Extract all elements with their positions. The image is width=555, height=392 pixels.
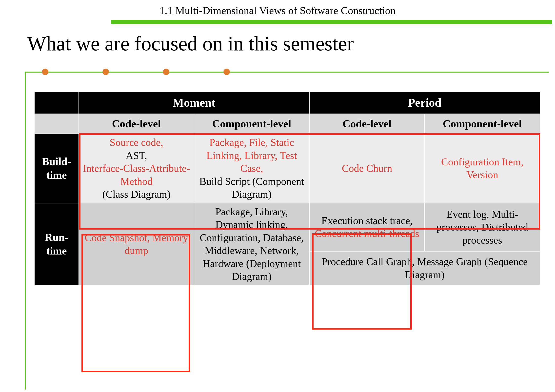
subheader-blank: [34, 114, 79, 134]
subheader-component-level: Component-level: [194, 114, 309, 134]
table-row: Build-time Source code, AST, Interface-C…: [34, 134, 540, 203]
cell-run-period-bottom: Procedure Call Graph, Message Graph (Seq…: [309, 251, 540, 285]
header-moment: Moment: [79, 92, 309, 114]
matrix-table: Moment Period Code-level Component-level…: [34, 91, 540, 385]
page-title: What we are focused on in this semester: [27, 32, 354, 55]
cell-build-period-code: Code Churn: [309, 134, 425, 203]
subheader-component-level: Component-level: [425, 114, 540, 134]
cell-build-moment-component: Package, File, Static Linking, Library, …: [194, 134, 309, 203]
slide: 1.1 Multi-Dimensional Views of Software …: [0, 0, 555, 392]
dot-icon: [42, 69, 48, 75]
subheader-code-level: Code-level: [309, 114, 425, 134]
cell-text: Package, File, Static Linking, Library, …: [206, 137, 297, 174]
cell-build-moment-code: Source code, AST, Interface-Class-Attrib…: [79, 134, 194, 203]
cell-text: Interface-Class-Attribute-Method: [83, 163, 190, 187]
cell-text: Procedure Call Graph, Message Graph (Seq…: [321, 256, 528, 280]
cell-text: (Class Diagram): [102, 189, 170, 200]
cell-text: Code Snapshot, Memory dump: [85, 232, 188, 256]
cell-text: Event log, Multi-processes, Distributed …: [436, 209, 528, 246]
vertical-rule: [25, 72, 26, 390]
cell-text: Concurrent multi-threads: [315, 228, 419, 239]
cell-run-moment-component: Package, Library, Dynamic linking, Confi…: [194, 203, 309, 285]
dot-icon: [163, 69, 169, 75]
cell-build-period-component: Configuration Item, Version: [425, 134, 540, 203]
dot-icon: [223, 69, 230, 75]
cell-run-period-code-top: Execution stack trace, Concurrent multi-…: [309, 203, 425, 252]
header-blank: [34, 92, 79, 114]
breadcrumb: 1.1 Multi-Dimensional Views of Software …: [0, 4, 555, 17]
table-row: Code-level Component-level Code-level Co…: [34, 114, 540, 134]
row-header-build-time: Build-time: [34, 134, 79, 203]
cell-text: Build Script (Component Diagram): [199, 176, 304, 200]
subheader-code-level: Code-level: [79, 114, 194, 134]
table-row: Moment Period: [34, 92, 540, 114]
cell-text: Execution stack trace,: [321, 215, 413, 226]
cell-run-period-component-top: Event log, Multi-processes, Distributed …: [425, 203, 540, 252]
cell-text: AST,: [126, 150, 147, 161]
cell-run-moment-code: Code Snapshot, Memory dump: [79, 203, 194, 285]
dot-icon: [102, 69, 109, 75]
header-period: Period: [309, 92, 540, 114]
cell-text: Code Churn: [342, 163, 392, 174]
cell-text: Source code,: [110, 137, 163, 148]
table: Moment Period Code-level Component-level…: [34, 91, 540, 286]
table-row: Run-time Code Snapshot, Memory dump Pack…: [34, 203, 540, 252]
row-header-run-time: Run-time: [34, 203, 79, 285]
cell-text: Configuration Item, Version: [441, 156, 524, 181]
cell-text: Package, Library, Dynamic linking, Confi…: [200, 206, 304, 282]
title-underline: [111, 20, 552, 24]
